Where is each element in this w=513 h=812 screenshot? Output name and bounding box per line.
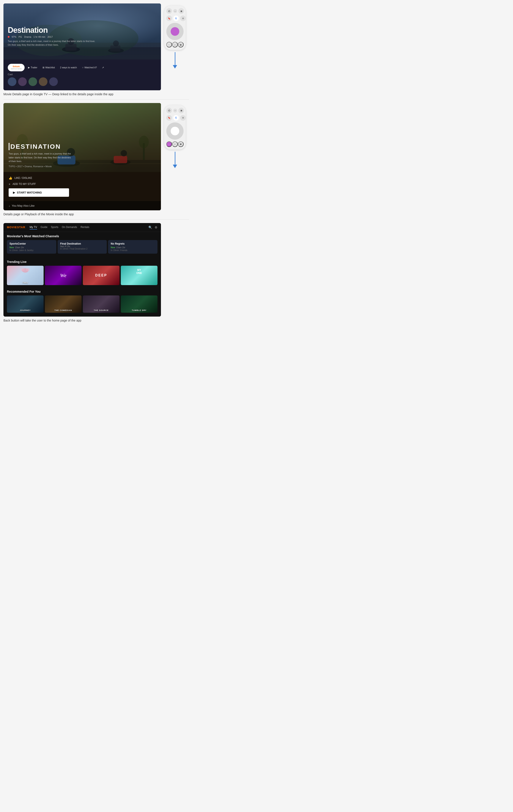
- trending-thumb-we[interactable]: We: [45, 266, 82, 285]
- remote-nav-row: ← ⌂ ▣: [166, 42, 184, 48]
- channel-upcoming-1: In 19min: Final Destination 2: [60, 248, 104, 250]
- power-button[interactable]: ⏻: [166, 8, 172, 14]
- watchlist-button[interactable]: ⊞ Watchlist: [41, 65, 56, 70]
- gtv-hero: Destination 97% PG Drama 1 hr 49 min 201…: [3, 3, 161, 59]
- settings-icon[interactable]: ⚙: [155, 226, 158, 229]
- remote2-nav-row: ← ⌂ ▣: [166, 141, 184, 147]
- trending-grid: Fairy We DEEP: [7, 266, 158, 285]
- remote2-tv-nav-button[interactable]: ▣: [178, 141, 184, 147]
- recommended-grid: JOURNEY THE COMEDIAN THE SOURCE: [7, 295, 158, 313]
- ms-nav-mytv[interactable]: My TV: [30, 225, 37, 230]
- app-hero-content: DESTINATION Two guys, a thief and a rich…: [3, 139, 161, 172]
- ms-nav-ondemands[interactable]: On Demands: [62, 225, 77, 230]
- app-screen: DESTINATION Two guys, a thief and a rich…: [3, 103, 161, 210]
- share-button[interactable]: ⇗: [100, 65, 106, 70]
- tivium-watch-button[interactable]: tivium WATCH NOW: [8, 64, 25, 71]
- rec-thumb-source[interactable]: THE SOURCE: [83, 295, 119, 313]
- remote2-back-button[interactable]: ←: [166, 141, 172, 147]
- rec-thumb-journey[interactable]: JOURNEY: [7, 295, 44, 313]
- tv-nav-button[interactable]: ▣: [178, 42, 184, 48]
- remote-1: ⏻ — ▣ 🔖 G ⚙ ← ⌂ ▣: [164, 6, 186, 50]
- ms-nav-guide[interactable]: Guide: [40, 225, 48, 230]
- remote2-dash-button[interactable]: —: [173, 109, 177, 113]
- remote2-top-row: ⏻ — ▣: [166, 108, 184, 113]
- channel-name-0: SportsCenter: [9, 242, 54, 245]
- like-dislike-label: LIKE / DISLIKE: [15, 176, 32, 179]
- gtv-meta: 97% PG Drama 1 hr 49 min 2017: [8, 35, 98, 38]
- remote2-tv-button[interactable]: ▣: [179, 108, 184, 113]
- channel-upcoming-2: In 19min: Friends: [111, 249, 155, 252]
- cast-avatar-5: [49, 77, 58, 86]
- app-hero: DESTINATION Two guys, a thief and a rich…: [3, 103, 161, 172]
- back-nav-button[interactable]: ←: [166, 42, 172, 48]
- ms-header-icons: 🔍 ⚙: [148, 226, 158, 229]
- watched-it-button[interactable]: ○ Watched it?: [80, 65, 98, 70]
- ms-nav-rentals[interactable]: Rentals: [80, 225, 89, 230]
- dpad-center[interactable]: [171, 27, 179, 36]
- channel-name-2: No Regrets: [111, 242, 155, 245]
- bookmark-button[interactable]: 🔖: [166, 16, 172, 21]
- bookmark-icon: ⊞: [43, 66, 45, 69]
- gtv-actions: tivium WATCH NOW ▶ Trailer ⊞ Watchlist: [8, 64, 157, 71]
- channel-sportscenter[interactable]: SportsCenter New 10am 1hr In 19min: Jale…: [7, 240, 56, 254]
- ms-header: MOVIESTAR My TV Guide Sports On Demands …: [3, 223, 161, 232]
- share-icon: ⇗: [102, 66, 104, 69]
- rec-thumb-tumble[interactable]: TUMBLE DRY: [121, 295, 158, 313]
- trailer-button[interactable]: ▶ Trailer: [26, 65, 39, 70]
- dash-button[interactable]: —: [173, 9, 177, 13]
- trending-thumb-deep[interactable]: DEEP: [83, 266, 119, 285]
- trending-title: Trending Live: [7, 260, 158, 264]
- gtv-duration: 1 hr 49 min: [33, 35, 45, 38]
- add-to-stuff-row[interactable]: + ADD TO MY STUFF: [9, 182, 156, 186]
- app-description: Two guys, a thief and a rich man, meet i…: [9, 152, 73, 163]
- like-dislike-row[interactable]: 👍 LIKE / DISLIKE: [9, 176, 156, 180]
- trailer-label: Trailer: [31, 66, 37, 69]
- app-actions: 👍 LIKE / DISLIKE + ADD TO MY STUFF ▶ STA…: [3, 172, 161, 201]
- you-may-also-like-row[interactable]: ↓ You May Also Like: [3, 201, 161, 210]
- watchlist-label: Watchlist: [45, 66, 55, 69]
- ways-to-watch-button[interactable]: 2 ways to watch: [58, 65, 79, 70]
- channel-upcoming-0: In 19min: Jalen & Jackby: [9, 249, 54, 252]
- channel-no-regrets[interactable]: No Regrets New 10am 1hr In 19min: Friend…: [108, 240, 158, 254]
- cast-row: [8, 76, 157, 89]
- remote2-power-button[interactable]: ⏻: [166, 108, 172, 113]
- remote2-bookmark-button[interactable]: 🔖: [166, 115, 172, 121]
- remote2-home-button[interactable]: ⌂: [172, 141, 178, 147]
- trending-thumb-fairy[interactable]: Fairy: [7, 266, 44, 285]
- gtv-cast-section: Cast: [8, 71, 157, 76]
- settings-button[interactable]: ⚙: [180, 16, 186, 21]
- moviestar-screen: MOVIESTAR My TV Guide Sports On Demands …: [3, 223, 161, 317]
- gtv-genre: Drama: [24, 35, 31, 38]
- trending-thumb-myone[interactable]: MY ONE: [121, 266, 158, 285]
- start-watching-button[interactable]: ▶ START WATCHING: [9, 188, 69, 197]
- remote-1-wrap: ⏻ — ▣ 🔖 G ⚙ ← ⌂ ▣: [161, 3, 189, 71]
- tv-button[interactable]: ▣: [179, 8, 184, 14]
- add-to-stuff-label: ADD TO MY STUFF: [12, 182, 36, 185]
- home-nav-button[interactable]: ⌂: [172, 42, 178, 48]
- google-assistant-button[interactable]: G: [173, 16, 179, 21]
- section3-caption: Back button will take the user to the ho…: [0, 317, 192, 326]
- title-rest: ESTINATION: [16, 143, 61, 150]
- svg-point-9: [113, 40, 119, 46]
- search-icon[interactable]: 🔍: [148, 226, 152, 229]
- arrow-head-1: [173, 65, 177, 68]
- remote2-dpad-center[interactable]: [171, 127, 179, 135]
- rec-thumb-comedian[interactable]: THE COMEDIAN: [45, 295, 82, 313]
- channel-final-destination[interactable]: Final Destination 9am R 2hr In 19min: Fi…: [58, 240, 107, 254]
- app-meta: TVPG • 2017 • Drama, Romance • Movie: [9, 165, 156, 168]
- gtv-screen: Destination 97% PG Drama 1 hr 49 min 201…: [3, 3, 161, 90]
- remote-top-row: ⏻ — ▣: [166, 8, 184, 14]
- arrow-down-2: [173, 152, 177, 168]
- remote-2-wrap: ⏻ — ▣ 🔖 G ⚙ ← ⌂ ▣: [161, 103, 189, 170]
- remote2-google-button[interactable]: G: [173, 115, 179, 121]
- ms-navigation: My TV Guide Sports On Demands Rentals: [30, 225, 144, 230]
- remote2-settings-button[interactable]: ⚙: [180, 115, 186, 121]
- section2-caption-text: Details page or Playback of the Movie in…: [3, 212, 74, 216]
- arrow-down-1: [173, 52, 177, 68]
- rec-label-tumble: TUMBLE DRY: [132, 309, 147, 311]
- arrow-line-2: [175, 152, 176, 165]
- channel-name-1: Final Destination: [60, 242, 104, 245]
- title-d-letter: D: [9, 143, 16, 150]
- thumbs-up-icon: 👍: [9, 176, 12, 180]
- ms-nav-sports[interactable]: Sports: [51, 225, 58, 230]
